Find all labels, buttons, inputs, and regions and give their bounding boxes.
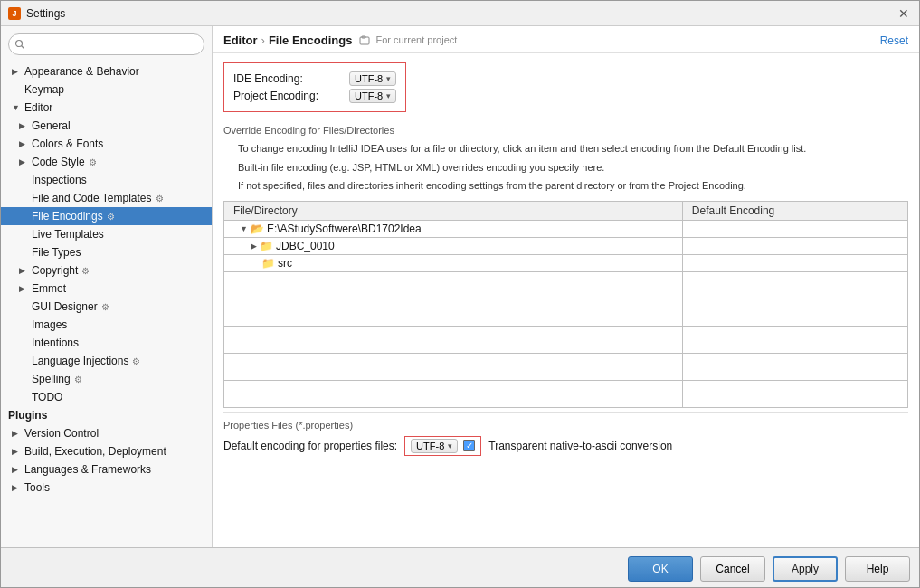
sidebar-item-tools[interactable]: Tools bbox=[1, 479, 212, 497]
properties-row: Default encoding for properties files: U… bbox=[223, 436, 908, 456]
sidebar-item-intentions[interactable]: Intentions bbox=[1, 334, 212, 352]
project-encoding-row: Project Encoding: UTF-8 ▾ bbox=[233, 89, 396, 103]
dropdown-arrow-icon: ▾ bbox=[386, 91, 391, 100]
window-title: Settings bbox=[26, 7, 65, 20]
transparent-label: Transparent native-to-ascii conversion bbox=[488, 440, 672, 452]
sidebar-item-label: Intentions bbox=[32, 337, 79, 349]
close-button[interactable]: ✕ bbox=[896, 5, 912, 22]
sidebar-item-file-types[interactable]: File Types bbox=[1, 243, 212, 261]
table-col-file: File/Directory bbox=[224, 201, 683, 220]
sidebar-item-label: GUI Designer bbox=[32, 300, 98, 313]
table-row[interactable]: ▶ 📁 JDBC_0010 bbox=[224, 237, 908, 254]
sidebar-item-language-injections[interactable]: Language Injections ⚙ bbox=[1, 352, 212, 370]
sidebar-item-todo[interactable]: TODO bbox=[1, 388, 212, 406]
table-row[interactable]: 📁 src bbox=[224, 254, 908, 271]
breadcrumb: Editor › File Encodings bbox=[223, 33, 352, 47]
sidebar-item-label: Version Control bbox=[24, 427, 99, 440]
sidebar-item-version-control[interactable]: Version Control bbox=[1, 424, 212, 442]
ide-encoding-dropdown[interactable]: UTF-8 ▾ bbox=[349, 71, 396, 86]
properties-encoding-dropdown[interactable]: UTF-8 ▾ bbox=[411, 439, 458, 453]
ide-encoding-row: IDE Encoding: UTF-8 ▾ bbox=[233, 71, 396, 86]
breadcrumb-separator: › bbox=[261, 33, 265, 47]
sidebar-item-spelling[interactable]: Spelling ⚙ bbox=[1, 370, 212, 388]
properties-highlight-box: UTF-8 ▾ ✓ bbox=[404, 436, 481, 456]
breadcrumb-parent: Editor bbox=[223, 33, 258, 47]
sidebar-item-label: Tools bbox=[24, 481, 50, 494]
settings-icon: ⚙ bbox=[89, 157, 97, 167]
sidebar-item-gui-designer[interactable]: GUI Designer ⚙ bbox=[1, 298, 212, 316]
arrow-icon bbox=[12, 447, 21, 456]
file-path: E:\AStudySoftwere\BD1702Idea bbox=[267, 223, 422, 235]
sidebar-item-label: Code Style bbox=[32, 156, 85, 168]
transparent-checkbox[interactable]: ✓ bbox=[463, 440, 475, 451]
sidebar-item-languages-frameworks[interactable]: Languages & Frameworks bbox=[1, 460, 212, 479]
sidebar-item-file-encodings[interactable]: File Encodings ⚙ bbox=[1, 207, 212, 225]
sidebar-item-label: Build, Execution, Deployment bbox=[24, 445, 166, 458]
expand-icon[interactable]: ▶ bbox=[251, 242, 257, 251]
ide-encoding-value: UTF-8 bbox=[355, 73, 383, 84]
settings-icon: ⚙ bbox=[74, 375, 82, 384]
sidebar-item-editor[interactable]: Editor bbox=[1, 99, 212, 117]
table-row-empty bbox=[224, 299, 908, 326]
sidebar-item-general[interactable]: General bbox=[1, 117, 212, 135]
properties-label: Default encoding for properties files: bbox=[223, 440, 397, 452]
sidebar-item-file-code-templates[interactable]: File and Code Templates ⚙ bbox=[1, 189, 212, 207]
sidebar-item-copyright[interactable]: Copyright ⚙ bbox=[1, 261, 212, 280]
reset-button[interactable]: Reset bbox=[880, 34, 908, 47]
search-input[interactable] bbox=[8, 33, 204, 55]
cancel-button[interactable]: Cancel bbox=[700, 556, 765, 582]
properties-section: Properties Files (*.properties) Default … bbox=[223, 412, 908, 456]
encoding-box: IDE Encoding: UTF-8 ▾ Project Encoding: … bbox=[223, 62, 406, 112]
sidebar-item-label: Language Injections bbox=[32, 355, 128, 367]
sidebar-item-code-style[interactable]: Code Style ⚙ bbox=[1, 153, 212, 171]
for-current-project-label: For current project bbox=[359, 34, 457, 46]
settings-icon: ⚙ bbox=[132, 356, 140, 366]
apply-button[interactable]: Apply bbox=[773, 556, 838, 582]
table-col-encoding: Default Encoding bbox=[682, 201, 907, 220]
sidebar-item-keymap[interactable]: Keymap bbox=[1, 81, 212, 99]
sidebar-item-label: Plugins bbox=[8, 409, 47, 422]
sidebar-item-plugins[interactable]: Plugins bbox=[1, 406, 212, 424]
content-header: Editor › File Encodings For current proj… bbox=[213, 26, 919, 53]
content-body: IDE Encoding: UTF-8 ▾ Project Encoding: … bbox=[213, 53, 919, 547]
dropdown-arrow-icon: ▾ bbox=[386, 74, 391, 83]
arrow-icon bbox=[12, 67, 21, 76]
help-button[interactable]: Help bbox=[845, 556, 910, 582]
sidebar-item-label: Live Templates bbox=[32, 228, 104, 241]
file-name: src bbox=[278, 257, 292, 270]
table-row[interactable]: ▼ 📂 E:\AStudySoftwere\BD1702Idea bbox=[224, 220, 908, 237]
arrow-icon bbox=[19, 139, 28, 148]
sidebar-item-live-templates[interactable]: Live Templates bbox=[1, 225, 212, 243]
sidebar-item-label: File and Code Templates bbox=[32, 192, 152, 204]
sidebar-item-label: TODO bbox=[32, 391, 62, 403]
bottom-bar: OK Cancel Apply Help bbox=[1, 547, 919, 588]
sidebar-item-label: Colors & Fonts bbox=[32, 138, 103, 150]
title-bar: J Settings ✕ bbox=[1, 1, 919, 26]
sidebar-item-emmet[interactable]: Emmet bbox=[1, 280, 212, 298]
sidebar-item-label: File Types bbox=[32, 246, 81, 259]
ok-button[interactable]: OK bbox=[628, 556, 693, 582]
sidebar-item-label: File Encodings bbox=[32, 210, 103, 223]
file-directory-table: File/Directory Default Encoding ▼ 📂 E:\A… bbox=[223, 201, 908, 408]
sidebar-item-label: Appearance & Behavior bbox=[24, 65, 139, 78]
table-cell-encoding bbox=[682, 220, 907, 237]
table-cell-file: 📁 src bbox=[224, 254, 683, 271]
sidebar-item-colors-fonts[interactable]: Colors & Fonts bbox=[1, 135, 212, 153]
sidebar-item-appearance[interactable]: Appearance & Behavior bbox=[1, 62, 212, 81]
sidebar: Appearance & Behavior Keymap Editor Gene… bbox=[1, 26, 213, 547]
app-icon: J bbox=[8, 7, 21, 20]
sidebar-item-inspections[interactable]: Inspections bbox=[1, 171, 212, 189]
table-cell-encoding bbox=[682, 237, 907, 254]
project-encoding-dropdown[interactable]: UTF-8 ▾ bbox=[349, 89, 396, 103]
info-text-3: If not specified, files and directories … bbox=[238, 178, 908, 194]
sidebar-item-images[interactable]: Images bbox=[1, 316, 212, 334]
table-row-empty bbox=[224, 353, 908, 380]
dropdown-arrow-icon: ▾ bbox=[448, 441, 452, 450]
arrow-icon bbox=[12, 483, 21, 492]
table-cell-file: ▼ 📂 E:\AStudySoftwere\BD1702Idea bbox=[224, 220, 683, 237]
override-section-title: Override Encoding for Files/Directories bbox=[223, 125, 908, 136]
folder-open-icon: 📂 bbox=[251, 223, 264, 235]
expand-icon[interactable]: ▼ bbox=[240, 224, 248, 233]
sidebar-item-label: Spelling bbox=[32, 373, 71, 385]
sidebar-item-build-execution[interactable]: Build, Execution, Deployment bbox=[1, 442, 212, 460]
